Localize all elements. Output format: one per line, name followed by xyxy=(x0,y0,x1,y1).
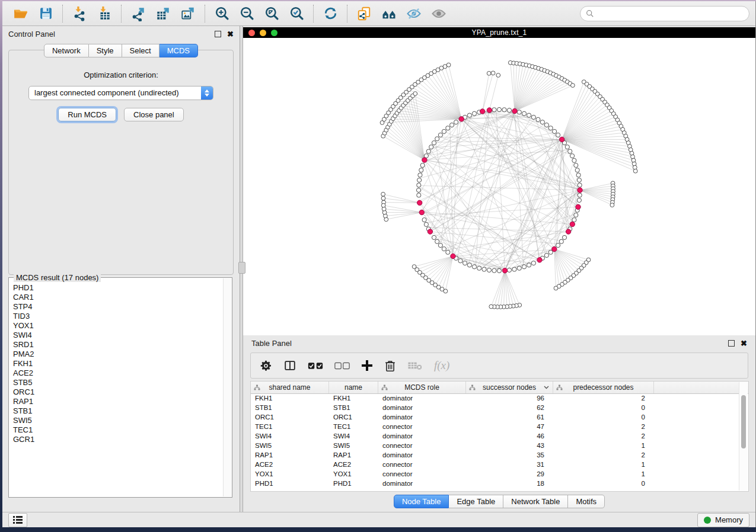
graph-node[interactable] xyxy=(442,129,446,133)
graph-node[interactable] xyxy=(548,126,553,130)
graph-hub-node[interactable] xyxy=(552,246,557,251)
graph-node[interactable] xyxy=(438,243,442,248)
graph-hub-node[interactable] xyxy=(422,158,427,162)
graph-node[interactable] xyxy=(417,183,421,187)
close-window-icon[interactable] xyxy=(248,30,255,36)
mcds-result-scrollbar[interactable] xyxy=(223,278,231,496)
select-all-button[interactable] xyxy=(308,358,323,373)
graph-hub-node[interactable] xyxy=(566,229,570,234)
add-column-button[interactable] xyxy=(361,358,373,373)
graph-node[interactable] xyxy=(517,266,521,270)
tab-motifs[interactable]: Motifs xyxy=(568,495,605,508)
graph-node[interactable] xyxy=(578,193,582,197)
graph-node[interactable] xyxy=(610,203,614,207)
column-header-shared-name[interactable]: shared name xyxy=(251,382,329,393)
graph-node[interactable] xyxy=(458,259,462,263)
first-neighbors-button[interactable] xyxy=(379,4,399,24)
graph-node[interactable] xyxy=(417,178,422,182)
graph-node[interactable] xyxy=(482,267,486,271)
clone-network-button[interactable] xyxy=(354,4,374,24)
node-table-row[interactable]: SWI4SWI4dominator462 xyxy=(251,431,740,441)
tab-select[interactable]: Select xyxy=(122,44,160,57)
graph-hub-node[interactable] xyxy=(578,188,582,193)
graph-node[interactable] xyxy=(575,168,579,172)
mcds-result-item[interactable]: STB1 xyxy=(13,406,224,416)
graph-hub-node[interactable] xyxy=(576,204,580,209)
graph-node[interactable] xyxy=(463,261,467,265)
graph-node[interactable] xyxy=(467,113,471,117)
graph-node[interactable] xyxy=(559,239,563,243)
column-header-predecessor-nodes[interactable]: predecessor nodes xyxy=(553,382,654,393)
column-header-MCDS-role[interactable]: MCDS role xyxy=(378,382,466,393)
column-header-successor-nodes[interactable]: successor nodes xyxy=(466,382,553,393)
graph-node[interactable] xyxy=(527,113,531,117)
graph-node[interactable] xyxy=(438,133,442,137)
graph-node[interactable] xyxy=(536,117,540,121)
graph-hub-node[interactable] xyxy=(512,108,517,113)
graph-node[interactable] xyxy=(429,145,433,149)
graph-hub-node[interactable] xyxy=(487,108,492,113)
node-table-row[interactable]: YOX1YOX1connector291 xyxy=(251,469,740,479)
node-table-row[interactable]: TEC1TEC1connector472 xyxy=(251,422,740,431)
graph-node[interactable] xyxy=(426,149,430,153)
graph-node[interactable] xyxy=(446,63,451,67)
close-table-panel-icon[interactable]: ✖ xyxy=(741,339,747,347)
column-header-name[interactable]: name xyxy=(329,382,378,393)
graph-node[interactable] xyxy=(502,108,506,112)
graph-node[interactable] xyxy=(556,133,560,137)
graph-hub-node[interactable] xyxy=(480,109,485,114)
float-table-panel-icon[interactable] xyxy=(728,340,735,347)
node-table-row[interactable]: FKH1FKH1dominator962 xyxy=(251,393,740,403)
graph-node[interactable] xyxy=(477,266,481,270)
export-image-button[interactable] xyxy=(178,4,198,24)
clear-selection-button[interactable] xyxy=(334,358,350,373)
graph-node[interactable] xyxy=(412,265,416,269)
graph-hub-node[interactable] xyxy=(417,200,422,205)
graph-node[interactable] xyxy=(432,235,436,239)
graph-node[interactable] xyxy=(492,108,496,112)
graph-hub-node[interactable] xyxy=(419,210,424,214)
graph-node[interactable] xyxy=(578,183,582,187)
graph-node[interactable] xyxy=(544,253,548,257)
panel-divider-handle[interactable] xyxy=(238,262,245,274)
graph-node[interactable] xyxy=(472,111,476,116)
graph-node[interactable] xyxy=(467,263,471,267)
graph-node[interactable] xyxy=(487,268,491,272)
table-settings-button[interactable] xyxy=(260,358,272,373)
graph-node[interactable] xyxy=(577,198,581,202)
graph-node[interactable] xyxy=(424,222,428,226)
maximize-window-icon[interactable] xyxy=(271,30,277,36)
graph-node[interactable] xyxy=(472,265,476,269)
graph-node[interactable] xyxy=(446,126,450,130)
task-history-button[interactable] xyxy=(8,513,27,527)
graph-node[interactable] xyxy=(381,192,385,196)
table-scrollbar[interactable] xyxy=(739,382,748,491)
graph-node[interactable] xyxy=(517,110,521,114)
mcds-result-item[interactable]: PMA2 xyxy=(13,350,224,359)
network-canvas[interactable] xyxy=(243,38,755,335)
mcds-result-item[interactable]: FKH1 xyxy=(13,359,224,368)
mcds-result-item[interactable]: SWI5 xyxy=(13,416,224,425)
graph-node[interactable] xyxy=(435,239,439,243)
import-table-button[interactable] xyxy=(94,4,114,24)
zoom-out-button[interactable] xyxy=(237,4,257,24)
graph-hub-node[interactable] xyxy=(428,229,432,234)
graph-node[interactable] xyxy=(446,250,450,254)
graph-node[interactable] xyxy=(497,268,501,273)
graph-node[interactable] xyxy=(571,84,575,88)
search-input[interactable] xyxy=(598,8,744,18)
export-network-button[interactable] xyxy=(128,4,148,24)
graph-node[interactable] xyxy=(540,120,544,124)
tab-node-table[interactable]: Node Table xyxy=(394,495,449,508)
graph-node[interactable] xyxy=(381,203,385,207)
import-network-button[interactable] xyxy=(69,4,90,24)
graph-node[interactable] xyxy=(419,168,423,172)
graph-node[interactable] xyxy=(574,213,578,217)
graph-node[interactable] xyxy=(574,163,578,167)
node-table-row[interactable]: PHD1PHD1dominator180 xyxy=(251,479,740,488)
graph-node[interactable] xyxy=(450,123,454,127)
node-table-row[interactable]: ORC1ORC1dominator610 xyxy=(251,412,740,422)
graph-node[interactable] xyxy=(572,158,576,162)
graph-node[interactable] xyxy=(562,235,566,239)
graph-node[interactable] xyxy=(527,263,531,267)
